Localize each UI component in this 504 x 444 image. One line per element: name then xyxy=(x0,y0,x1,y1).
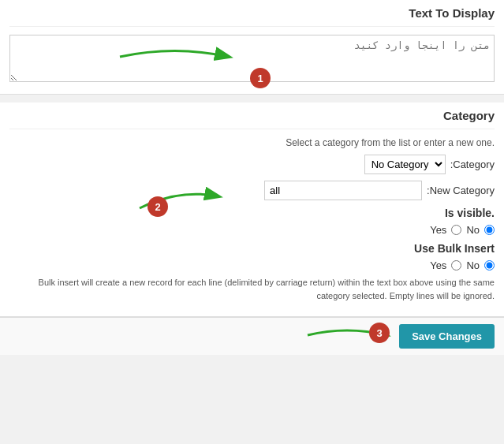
save-changes-button[interactable]: Save Changes xyxy=(399,324,495,349)
new-category-label: :New Category xyxy=(427,185,495,196)
is-visible-row: Yes No xyxy=(9,224,495,236)
category-section: Category Select a category from the list… xyxy=(0,103,504,317)
no-label-bulk: No xyxy=(466,259,480,271)
category-select[interactable]: No Category Category 1 Category 2 xyxy=(364,155,446,174)
text-to-display-title: Text To Display xyxy=(9,6,495,27)
category-row: No Category Category 1 Category 2 :Categ… xyxy=(9,155,495,174)
bulk-insert-no-radio[interactable] xyxy=(484,260,495,271)
bulk-insert-yes-radio[interactable] xyxy=(451,260,461,271)
section-divider-1 xyxy=(0,95,504,103)
is-visible-yes-radio[interactable] xyxy=(484,225,495,235)
arrow3-icon xyxy=(300,319,394,351)
yes-label-bulk: Yes xyxy=(430,259,446,271)
new-category-input[interactable] xyxy=(264,181,422,200)
footer-bar: 3 Save Changes xyxy=(0,317,504,355)
bulk-insert-row: Yes No xyxy=(9,259,495,271)
yes-label-visible: Yes xyxy=(430,224,446,236)
no-label-visible: No xyxy=(466,224,480,236)
text-display-input[interactable] xyxy=(9,35,495,82)
is-visible-no-radio[interactable] xyxy=(451,225,461,235)
new-category-row: :New Category 2 xyxy=(9,181,495,200)
category-title: Category xyxy=(9,109,495,129)
category-description: Select a category from the list or enter… xyxy=(9,137,495,148)
page-wrapper: Text To Display 1 Category Select a cate… xyxy=(0,0,504,355)
text-to-display-section: Text To Display 1 xyxy=(0,0,504,95)
arrow1-icon xyxy=(112,41,238,73)
category-label: :Category xyxy=(450,159,495,170)
bulk-insert-description: Bulk insert will create a new record for… xyxy=(9,276,495,302)
is-visible-title: Is visible. xyxy=(9,207,495,219)
arrow2-icon xyxy=(132,177,226,216)
bulk-insert-title: Use Bulk Insert xyxy=(9,242,495,255)
